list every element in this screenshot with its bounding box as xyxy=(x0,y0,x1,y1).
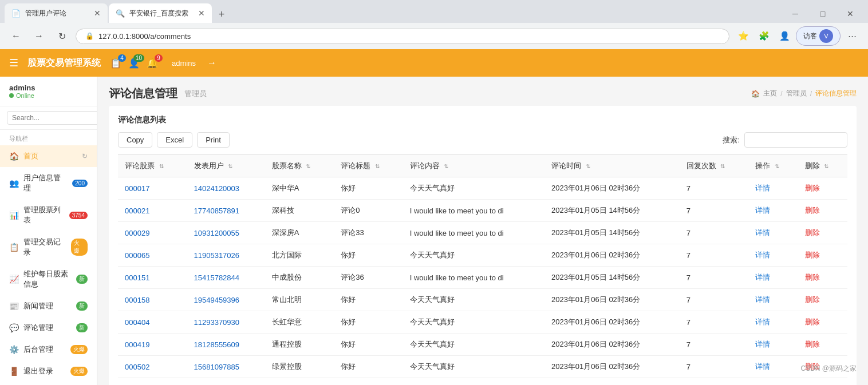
sidebar-item-daily[interactable]: 📈 维护每日股素信息 新 xyxy=(0,263,97,295)
cell-title-7: 你好 xyxy=(334,334,403,356)
sidebar-item-user-mgmt[interactable]: 👥 用户信息管理 200 xyxy=(0,167,97,199)
users-icon: 👥 xyxy=(9,178,19,188)
cell-stock-name-7: 通程控股 xyxy=(265,334,334,356)
breadcrumb-sep1: / xyxy=(780,90,782,98)
profile-button[interactable]: 👤 xyxy=(775,27,794,45)
refresh-button[interactable]: ↻ xyxy=(53,27,71,45)
sidebar-search-input[interactable] xyxy=(7,111,97,125)
extension-button[interactable]: 🧩 xyxy=(755,27,773,45)
detail-link-8[interactable]: 详情 xyxy=(755,362,770,371)
cell-title-2: 评论33 xyxy=(334,222,403,244)
user-link-8[interactable]: 15681097885 xyxy=(194,363,240,371)
stock-id-link-0[interactable]: 000017 xyxy=(125,184,149,193)
detail-link-5[interactable]: 详情 xyxy=(755,295,770,304)
tab1-close[interactable]: ✕ xyxy=(94,9,101,18)
user-link-5[interactable]: 19549459396 xyxy=(194,296,240,304)
backend-badge: 火爆 xyxy=(70,345,88,354)
nav-badge-notify[interactable]: 🔔 9 xyxy=(147,58,158,69)
back-button[interactable]: ← xyxy=(7,27,25,45)
delete-link-7[interactable]: 删除 xyxy=(805,340,820,348)
sidebar-item-home[interactable]: 🏠 首页 ↻ xyxy=(0,145,97,167)
user-link-4[interactable]: 15415782844 xyxy=(194,273,240,282)
detail-link-0[interactable]: 详情 xyxy=(755,184,770,192)
sort-icon-title[interactable]: ⇅ xyxy=(375,163,380,169)
sort-icon-delete[interactable]: ⇅ xyxy=(824,163,828,169)
stock-id-link-4[interactable]: 000151 xyxy=(125,273,149,282)
cell-content-8: 今天天气真好 xyxy=(403,356,545,378)
sidebar-item-backend[interactable]: ⚙️ 后台管理 火爆 xyxy=(0,339,97,360)
excel-button[interactable]: Excel xyxy=(157,132,192,148)
breadcrumb-home-link[interactable]: 主页 xyxy=(763,89,777,98)
breadcrumb-level1-link[interactable]: 管理员 xyxy=(786,89,807,98)
tab2-close[interactable]: ✕ xyxy=(198,9,205,18)
print-button[interactable]: Print xyxy=(197,132,230,148)
forward-button[interactable]: → xyxy=(30,27,48,45)
delete-link-2[interactable]: 删除 xyxy=(805,228,820,237)
sidebar-item-stock-list[interactable]: 📊 管理股票列表 3754 xyxy=(0,199,97,231)
sort-icon-action[interactable]: ⇅ xyxy=(775,163,779,169)
stock-id-link-6[interactable]: 000404 xyxy=(125,318,149,327)
sidebar-item-logout[interactable]: 🚪 退出登录 火爆 xyxy=(0,360,97,382)
maximize-button[interactable]: □ xyxy=(810,5,836,23)
delete-link-1[interactable]: 删除 xyxy=(805,206,820,215)
sidebar-item-trade[interactable]: 📋 管理交易记录 火爆 xyxy=(0,231,97,263)
delete-link-0[interactable]: 删除 xyxy=(805,184,820,192)
cell-time-6: 2023年01月06日 02时36分 xyxy=(545,311,680,334)
detail-link-1[interactable]: 详情 xyxy=(755,206,770,215)
detail-link-2[interactable]: 详情 xyxy=(755,228,770,237)
sort-icon-content[interactable]: ⇅ xyxy=(444,163,448,169)
stock-id-link-5[interactable]: 000158 xyxy=(125,296,149,304)
nav-badge-user[interactable]: 👤 10 xyxy=(128,58,140,69)
sort-icon-time[interactable]: ⇅ xyxy=(586,163,590,169)
more-options-button[interactable]: ⋯ xyxy=(843,27,861,45)
cell-action-0: 详情 xyxy=(748,177,798,200)
stock-id-link-2[interactable]: 000029 xyxy=(125,229,149,237)
cell-stock-name-6: 长虹华意 xyxy=(265,311,334,334)
search-input[interactable] xyxy=(744,132,847,148)
cell-user-9: 16050943758 xyxy=(187,378,265,386)
logout-nav-icon[interactable]: → xyxy=(207,58,216,68)
user-link-6[interactable]: 11293370930 xyxy=(194,318,240,327)
bookmark-stars-button[interactable]: ⭐ xyxy=(734,27,752,45)
delete-link-4[interactable]: 删除 xyxy=(805,273,820,281)
cell-stock-name-8: 绿景控股 xyxy=(265,356,334,378)
stock-id-link-8[interactable]: 000502 xyxy=(125,363,149,371)
stock-id-link-3[interactable]: 000065 xyxy=(125,251,149,260)
address-bar[interactable]: 🔒 127.0.0.1:8000/a/comments xyxy=(76,29,729,44)
user-link-3[interactable]: 11905317026 xyxy=(194,251,240,260)
cell-stock-id-4: 000151 xyxy=(118,267,187,289)
nav-badge-copy[interactable]: 📋 4 xyxy=(110,58,121,69)
sidebar-item-news[interactable]: 📰 新闻管理 新 xyxy=(0,295,97,317)
logout-badge: 火爆 xyxy=(70,367,88,376)
refresh-icon[interactable]: ↻ xyxy=(82,152,88,160)
user-link-0[interactable]: 14024120003 xyxy=(194,184,240,193)
user-link-2[interactable]: 10931200055 xyxy=(194,229,240,237)
browser-tab-2[interactable]: 🔍 平安银行_百度搜索 ✕ xyxy=(109,3,212,23)
detail-link-3[interactable]: 详情 xyxy=(755,251,770,259)
detail-link-4[interactable]: 详情 xyxy=(755,273,770,281)
backend-icon: ⚙️ xyxy=(9,345,19,354)
minimize-button[interactable]: ─ xyxy=(782,5,808,23)
sort-icon-reply[interactable]: ⇅ xyxy=(720,163,725,169)
delete-link-6[interactable]: 删除 xyxy=(805,317,820,326)
close-button[interactable]: ✕ xyxy=(837,5,863,23)
copy-button[interactable]: Copy xyxy=(118,132,152,148)
stock-id-link-1[interactable]: 000021 xyxy=(125,207,149,215)
detail-link-6[interactable]: 详情 xyxy=(755,317,770,326)
new-tab-button[interactable]: + xyxy=(213,6,230,23)
sidebar-item-comment[interactable]: 💬 评论管理 新 xyxy=(0,317,97,339)
delete-link-5[interactable]: 删除 xyxy=(805,295,820,304)
sidebar-username: admins xyxy=(9,84,88,92)
user-link-7[interactable]: 18128555609 xyxy=(194,340,240,349)
sort-icon-name[interactable]: ⇅ xyxy=(306,163,310,169)
detail-link-7[interactable]: 详情 xyxy=(755,340,770,348)
delete-link-3[interactable]: 删除 xyxy=(805,251,820,259)
sort-icon-stock[interactable]: ⇅ xyxy=(159,163,164,169)
visitor-button[interactable]: 访客 V xyxy=(796,26,841,46)
user-link-1[interactable]: 17740857891 xyxy=(194,207,240,215)
sort-icon-user[interactable]: ⇅ xyxy=(228,163,232,169)
cell-reply-4: 7 xyxy=(680,267,749,289)
stock-id-link-7[interactable]: 000419 xyxy=(125,340,149,349)
hamburger-icon[interactable]: ☰ xyxy=(9,57,18,69)
browser-tab-1[interactable]: 📄 管理用户评论 ✕ xyxy=(5,3,108,23)
